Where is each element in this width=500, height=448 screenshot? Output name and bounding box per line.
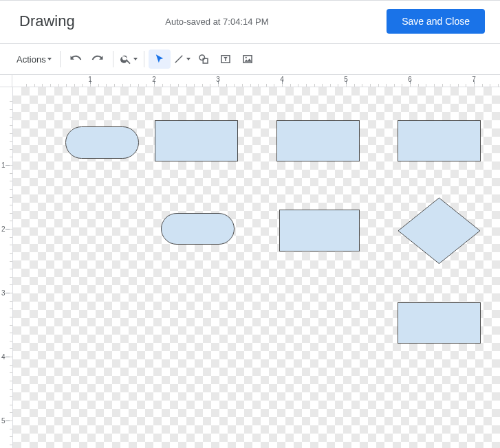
ruler-minor-tick (274, 84, 274, 87)
zoom-icon (120, 53, 132, 65)
ruler-minor-tick (10, 389, 12, 390)
ruler-minor-tick (194, 84, 195, 87)
ruler-minor-tick (10, 205, 12, 205)
undo-button[interactable] (65, 49, 87, 69)
ruler-minor-tick (218, 84, 219, 87)
ruler-minor-tick (178, 84, 179, 87)
ruler-minor-tick (186, 84, 187, 87)
ruler-minor-tick (306, 84, 307, 87)
ruler-minor-tick (98, 84, 99, 87)
separator (60, 51, 61, 67)
save-and-close-button[interactable]: Save and Close (387, 9, 485, 34)
ruler-minor-tick (170, 84, 171, 87)
ruler-minor-tick (10, 157, 12, 157)
separator (144, 51, 144, 67)
ruler-minor-tick (10, 429, 12, 429)
ruler-minor-tick (10, 348, 12, 349)
actions-menu-button[interactable]: Actions (12, 49, 56, 69)
shape-round-rect[interactable] (161, 213, 235, 245)
zoom-button[interactable] (118, 49, 140, 69)
shape-round-rect[interactable] (65, 126, 139, 159)
ruler-minor-tick (10, 309, 12, 309)
ruler-minor-tick (234, 84, 235, 87)
textbox-icon (219, 53, 232, 65)
line-tool-button[interactable] (171, 49, 193, 69)
ruler-minor-tick (370, 84, 371, 87)
ruler-minor-tick (322, 84, 323, 87)
diamond-icon (398, 197, 481, 265)
ruler-minor-tick (482, 84, 483, 87)
drawing-canvas[interactable] (13, 87, 500, 448)
ruler-minor-tick (258, 84, 259, 87)
ruler-minor-tick (290, 84, 291, 87)
ruler-minor-tick (10, 221, 12, 221)
ruler-minor-tick (338, 84, 338, 87)
ruler-minor-tick (138, 84, 139, 87)
ruler-minor-tick (10, 269, 12, 269)
ruler-minor-tick (330, 84, 331, 87)
ruler-minor-tick (10, 372, 12, 373)
dialog-header: Drawing Auto-saved at 7:04:14 PM Save an… (0, 1, 500, 44)
ruler-minor-tick (378, 84, 379, 87)
ruler-minor-tick (10, 277, 12, 278)
ruler-minor-tick (106, 84, 107, 87)
ruler-minor-tick (490, 84, 490, 87)
redo-icon (91, 53, 104, 65)
ruler-minor-tick (10, 445, 12, 445)
caret-down-icon (186, 58, 191, 60)
ruler-minor-tick (10, 133, 12, 134)
ruler-minor-tick (10, 325, 12, 326)
ruler-minor-tick (10, 284, 12, 285)
ruler-minor-tick (426, 84, 426, 87)
ruler-minor-tick (10, 381, 12, 381)
ruler-minor-tick (146, 84, 146, 87)
shape-rect[interactable] (276, 120, 360, 161)
ruler-minor-tick (10, 317, 12, 317)
svg-point-0 (199, 55, 205, 60)
ruler-minor-tick (10, 197, 12, 198)
ruler-minor-tick (386, 84, 387, 87)
shape-tool-button[interactable] (193, 49, 215, 69)
shape-rect[interactable] (398, 120, 481, 161)
separator (113, 51, 113, 67)
ruler-minor-tick (442, 84, 443, 87)
ruler-minor-tick (450, 84, 450, 87)
ruler-minor-tick (50, 84, 51, 87)
ruler-minor-tick (10, 293, 12, 293)
shapes-icon (197, 53, 210, 65)
ruler-minor-tick (10, 333, 12, 333)
ruler-minor-tick (314, 84, 315, 87)
ruler-minor-tick (362, 84, 362, 87)
ruler-minor-tick (10, 357, 12, 357)
ruler-minor-tick (10, 165, 12, 166)
ruler-minor-tick (10, 412, 12, 413)
toolbar: Actions (0, 44, 500, 75)
ruler-minor-tick (250, 84, 251, 87)
shape-rect[interactable] (398, 302, 481, 344)
ruler-minor-tick (298, 84, 298, 87)
line-icon (173, 53, 185, 65)
ruler-minor-tick (66, 84, 67, 87)
shape-rect[interactable] (155, 120, 238, 161)
vertical-ruler[interactable]: 12345 (0, 87, 13, 448)
horizontal-ruler[interactable]: 1234567 (12, 75, 500, 87)
shape-rect[interactable] (279, 210, 359, 251)
ruler-minor-tick (410, 84, 411, 87)
ruler-minor-tick (10, 101, 12, 102)
select-tool-button[interactable] (149, 49, 171, 69)
ruler-minor-tick (10, 173, 12, 174)
ruler-minor-tick (474, 84, 475, 87)
ruler-minor-tick (74, 84, 75, 87)
image-tool-button[interactable] (237, 49, 259, 69)
ruler-minor-tick (130, 84, 131, 87)
workspace: 1234567 12345 (0, 75, 500, 448)
ruler-minor-tick (266, 84, 267, 87)
shape-diamond[interactable] (398, 197, 481, 265)
ruler-minor-tick (434, 84, 435, 87)
textbox-tool-button[interactable] (215, 49, 237, 69)
ruler-minor-tick (10, 237, 12, 238)
ruler-minor-tick (466, 84, 466, 87)
ruler-minor-tick (354, 84, 355, 87)
svg-point-4 (245, 57, 246, 58)
redo-button[interactable] (87, 49, 109, 69)
